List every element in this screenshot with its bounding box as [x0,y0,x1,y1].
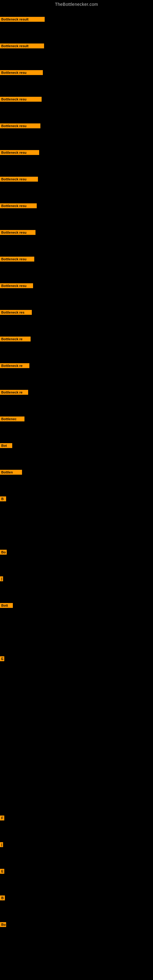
bar-label: F [0,816,4,821]
bar-label: Bottleneck re [0,363,29,368]
bar-row: Bottleneck resu [0,257,34,261]
bar-label: Bottlen [0,470,22,475]
bar-label: Bottleneck result [0,17,45,22]
bar-row: Bottleneck re [0,390,28,395]
bar-row: Bottleneck resu [0,230,35,235]
bar-row: Bottlen [0,470,22,475]
bar-row: B [0,496,6,501]
bar-row: Bottleneck resu [0,70,43,75]
bar-label: B [0,496,6,501]
bar-label: Bottlenec [0,417,24,422]
bar-row: E [0,869,4,874]
bar-label: Bottleneck resu [0,123,40,128]
bar-row: Bott [0,603,13,608]
bar-label: B [0,896,5,900]
bar-row: Bottleneck resu [0,177,38,181]
bar-row: F [0,816,4,821]
bar-label: | [0,576,3,581]
bar-label: Bottleneck resu [0,150,39,155]
bar-row: Bottleneck resu [0,97,41,102]
bar-row: Bottleneck res [0,310,32,315]
bar-label: Bottleneck resu [0,70,43,75]
bar-label: Bottleneck resu [0,230,35,235]
bar-label: Bot [0,443,12,448]
bar-row: Bottleneck resu [0,204,37,208]
bar-row: Bottleneck re [0,363,29,368]
bar-row: Bottleneck resu [0,123,40,128]
bar-label: Bottleneck re [0,337,30,342]
bar-row: Bottleneck re [0,337,30,342]
bar-label: Bottleneck resu [0,97,41,102]
bar-label: E [0,656,4,661]
bar-label: Bottleneck resu [0,257,34,261]
bar-label: Bottleneck res [0,310,32,315]
bar-label: Bo [0,550,7,555]
bar-label: Bottleneck re [0,390,28,395]
bar-label: Bottleneck resu [0,177,38,181]
bar-row: Bottleneck resu [0,283,33,288]
bar-label: Bo [0,922,6,927]
bar-row: E [0,656,4,661]
bar-row: B [0,896,5,900]
bar-label: Bottleneck resu [0,283,33,288]
bar-row: | [0,576,3,581]
bar-row: Bo [0,922,6,927]
bar-row: Bottleneck result [0,43,44,48]
bar-row: Bottlenec [0,417,24,422]
bar-row: Bottleneck resu [0,150,39,155]
bar-row: | [0,842,3,847]
bar-row: Bot [0,443,12,448]
bar-label: Bott [0,603,13,608]
bar-row: Bottleneck result [0,17,45,22]
bar-label: E [0,869,4,874]
site-title: TheBottlenecker.com [0,0,153,8]
bar-row: Bo [0,550,7,555]
bar-label: Bottleneck resu [0,204,37,208]
bar-label: | [0,842,3,847]
bar-label: Bottleneck result [0,43,44,48]
